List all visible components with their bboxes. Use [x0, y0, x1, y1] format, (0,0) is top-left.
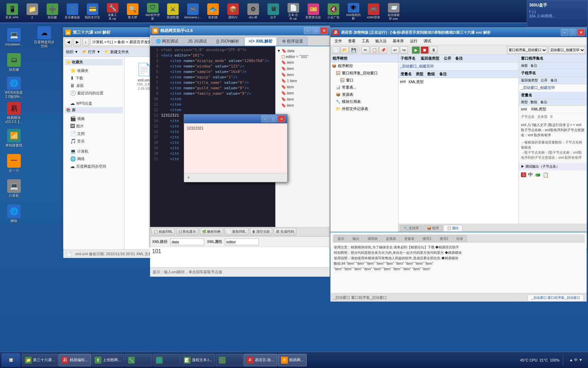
top-icon-tools[interactable]: 🔧 采集工具.rar — [103, 2, 122, 21]
top-icon-dm[interactable]: ⚙ dm.dll — [244, 2, 262, 21]
tb-open[interactable]: 📂 — [341, 46, 349, 54]
sidebar-item-baidu[interactable]: ☁百度网盘同步空间 — [65, 163, 123, 170]
popup-close-btn[interactable]: ✕ — [278, 116, 285, 122]
desktop-icon-baidu[interactable]: ☁ 百度网盘同步空间 — [32, 25, 56, 49]
sidebar-item-video[interactable]: 🎬视频 — [65, 115, 123, 122]
sidebar-item-desktop[interactable]: 🖥桌面 — [65, 82, 123, 89]
sidebar-item-computer[interactable]: 💻计算机 — [65, 148, 123, 155]
top-icon-luban[interactable]: 🔍 鲁大师 — [123, 2, 142, 21]
desktop-icon-net[interactable]: 🌐 网络 — [2, 201, 26, 226]
tree-item-7[interactable]: 🔖item — [277, 96, 328, 102]
tb-copy[interactable]: 📋 — [370, 46, 378, 54]
desktop-icon-web[interactable]: 🌐 WEB浏览器2.0版(We... — [2, 75, 26, 100]
xmlhelper-close-btn[interactable]: ✕ — [320, 27, 328, 34]
btn-parse-tree[interactable]: 🌿 解析到树 — [200, 228, 223, 235]
taskbar-item-misc2[interactable]: 🌐 — [153, 354, 180, 366]
bottom-tab-calls[interactable]: 调用表 — [364, 235, 381, 242]
tree-editor-attr[interactable]: 📋 editor = "101" — [277, 54, 328, 59]
eylang-titlebar[interactable]: 易 易语言-加密狗版 [正在运行] - [\备份\易语言开发到续传2\录制的教程… — [330, 28, 587, 37]
bottom-tab-directory[interactable]: 目录 — [453, 235, 467, 242]
eylang-close-btn[interactable]: ✕ — [577, 29, 585, 36]
taskbar-item-explorer[interactable]: 📁 第三十六课... — [22, 354, 58, 366]
top-icon-taizi[interactable]: 🖥 台子 — [264, 2, 282, 21]
top-icon-7z[interactable]: 📦 源码7z — [224, 2, 242, 21]
taskbar-item-eyeditor[interactable]: 易 精易编程... — [59, 354, 91, 366]
top-icon-lol[interactable]: ⚔ 英雄联盟 — [163, 2, 182, 21]
sub-tab-support[interactable]: 🔧 支持库 — [400, 225, 423, 231]
startup-window-dropdown[interactable]: 启动窗口_创建完毕 — [549, 46, 585, 54]
tree-item-5[interactable]: 🔖item — [277, 84, 328, 90]
top-icon-apk[interactable]: 📱 安卓.APK — [3, 2, 21, 21]
taskbar-clock[interactable]: ▲ 中 ▼ — [567, 357, 585, 363]
tree-item-resources[interactable]: 📦 资源表 — [330, 91, 398, 98]
tb-pause[interactable]: ⏸ — [429, 46, 438, 54]
xmlhelper-max-btn[interactable]: □ — [312, 27, 320, 34]
tree-item-extern[interactable]: 📁 外部文件记录表 — [330, 105, 398, 112]
top-icon-360[interactable]: 🛡 360软件管家 — [143, 2, 162, 21]
sub-tab-program[interactable]: 📦 程序 — [423, 225, 443, 231]
tree-item-2[interactable]: 🔖item — [277, 65, 328, 72]
top-icon-ad[interactable]: 🔇 小去广告 — [324, 2, 343, 21]
xml-attr-input[interactable] — [225, 239, 259, 245]
desktop-icon-pc[interactable]: 💻 计算机 — [2, 176, 26, 201]
popup-titlebar[interactable]: ─ □ ✕ — [184, 114, 287, 123]
desktop-icon-vcr[interactable]: 💻 vncviewer... — [2, 25, 26, 49]
tab-webdebug[interactable]: 🌐 网页调试 — [151, 37, 183, 46]
tree-item-windowset[interactable]: 🪟 窗口程序集_启动窗口 — [330, 70, 398, 77]
ey-s-btn[interactable]: S — [521, 172, 526, 177]
taskbar-item-misc1[interactable]: 🔧 — [125, 354, 152, 366]
explorer-up-btn[interactable]: ↑ — [82, 38, 89, 46]
top-icon-fish[interactable]: 🐟 鱼刺溜 — [203, 2, 222, 21]
popup-min-btn[interactable]: ─ — [261, 116, 269, 122]
tab-json[interactable]: {} JSON解析 — [212, 37, 244, 46]
taskbar-item-xmlhelper[interactable]: 精 精易网... — [278, 354, 307, 366]
bottom-tab-hint[interactable]: 提示 — [334, 235, 348, 242]
taskbar-item-textprg[interactable]: 📝 漫程文本.t... — [181, 354, 215, 366]
bottom-tab-search2[interactable]: 搜寻2 — [436, 235, 452, 242]
top-icon-merge[interactable]: 📄 文本 合并.rar — [284, 2, 303, 21]
tree-item-1[interactable]: 🔖item — [277, 59, 328, 65]
btn-copy-xml[interactable]: 📄 复制XML — [225, 228, 248, 235]
sub-tab-property[interactable]: 📋 属性 — [443, 225, 463, 231]
top-icon-2[interactable]: 📁 2 — [23, 2, 42, 21]
top-icon-color[interactable]: 🎫 彩票查信息 — [304, 2, 323, 21]
tb-new[interactable]: 📄 — [332, 46, 340, 54]
menu-run[interactable]: 运行 — [407, 38, 420, 44]
top-icon-wegame[interactable]: 🎮 WeGame.i... — [183, 2, 202, 21]
tb-redo[interactable]: ↪ — [400, 46, 408, 54]
eylang-max-btn[interactable]: □ — [569, 29, 576, 36]
btn-beautify[interactable]: [ ] 美化显示 — [176, 228, 198, 235]
xmlhelper-titlebar[interactable]: 精 精易网页助手v2.6 ─ □ ✕ — [150, 26, 330, 35]
menu-baselib[interactable]: 基本库 — [390, 38, 407, 44]
xml-path-input[interactable] — [170, 239, 204, 245]
eylang-bottom-tab-startup[interactable]: _启动窗口 窗口程序集_启动窗口 — [527, 294, 584, 301]
explorer-open-btn[interactable]: 📂 打开 ▼ — [82, 49, 100, 55]
bottom-tab-watch[interactable]: 监视表 — [382, 235, 400, 242]
menu-input[interactable]: 输入法 — [373, 38, 389, 44]
tree-item-constants[interactable]: 📊 常量表... — [330, 84, 398, 91]
top-icon-addon[interactable]: ➕ 加后缀 — [43, 2, 62, 21]
menu-tools[interactable]: 工具 — [359, 38, 372, 44]
top-icon-sms[interactable]: 📨 短信催桩矩.exe — [384, 2, 403, 21]
tree-item-8[interactable]: 🔖item — [277, 102, 328, 108]
explorer-newfolder-btn[interactable]: 📁 新建文件夹 — [104, 49, 129, 55]
sidebar-item-recent[interactable]: 🕐最近访问的位置 — [65, 89, 123, 97]
bottom-tab-vars[interactable]: 变量表 — [401, 235, 418, 242]
sidebar-item-network[interactable]: 🌐网络 — [65, 155, 123, 163]
tb-undo[interactable]: ↩ — [391, 46, 399, 54]
tree-item-3[interactable]: 🔖item — [277, 72, 328, 78]
btn-gen-code[interactable]: 易 生成代码 — [274, 228, 296, 235]
tab-xml[interactable]: </> XML解析 — [244, 37, 277, 46]
btn-clear[interactable]: 🗑 清空当前 — [250, 228, 273, 235]
xmlhelper-min-btn[interactable]: ─ — [304, 27, 311, 34]
taskbar-item-eylang[interactable]: 易 易语言-加... — [244, 354, 277, 366]
bottom-tab-output[interactable]: 输出 — [349, 235, 363, 242]
sidebar-item-doc[interactable]: 📄文档 — [65, 130, 123, 137]
tree-item-window[interactable]: 🪟 窗口 — [330, 77, 398, 84]
popup-max-btn[interactable]: □ — [270, 116, 277, 122]
top-icon-pay[interactable]: 💳 我的支付宝 — [83, 2, 102, 21]
tab-settings[interactable]: ⚙ 程序设置 — [278, 37, 308, 46]
explorer-fwd-btn[interactable]: ▶ — [74, 38, 81, 46]
eylang-min-btn[interactable]: ─ — [561, 29, 568, 36]
explorer-back-btn[interactable]: ◀ — [65, 38, 72, 46]
